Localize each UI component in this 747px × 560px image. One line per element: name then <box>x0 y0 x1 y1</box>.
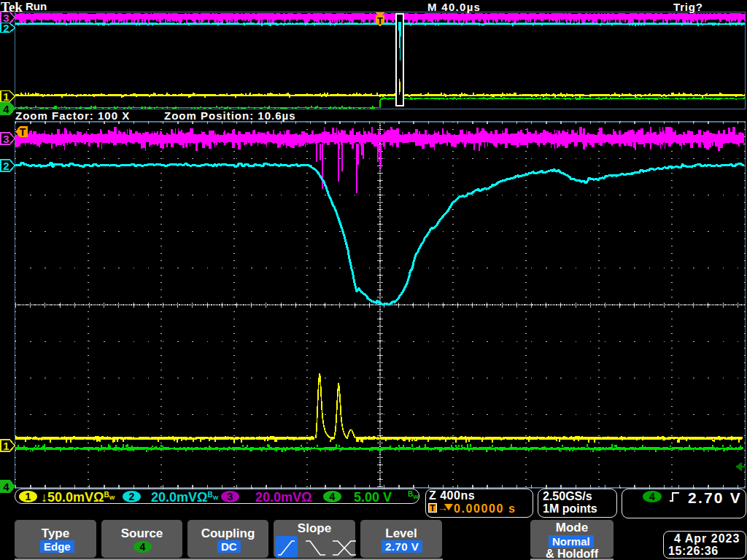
svg-text:1: 1 <box>3 90 9 103</box>
svg-text:2: 2 <box>3 160 9 172</box>
svg-text:4: 4 <box>3 481 9 493</box>
svg-text:T: T <box>377 15 383 26</box>
svg-text:1: 1 <box>3 440 9 452</box>
svg-text:4: 4 <box>3 103 9 115</box>
svg-text:3: 3 <box>3 133 9 145</box>
svg-text:2: 2 <box>3 22 9 34</box>
svg-text:T: T <box>20 126 26 138</box>
